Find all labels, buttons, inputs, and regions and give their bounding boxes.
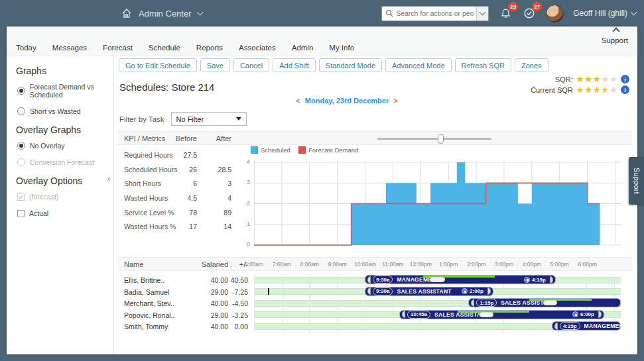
salaried-hours: 29.00 [194, 288, 228, 296]
shift-end-group: 6:00p [572, 311, 602, 318]
shift-end-time: 6:00p [580, 311, 594, 317]
associate-name: Badia, Samuel [124, 288, 169, 296]
kpi-metric-label: Wasted Hours [124, 194, 168, 202]
schedule-content: Go to Edit ScheduleSaveCancelAdd ShiftSt… [115, 56, 637, 354]
star-icon: ★★ [584, 85, 592, 94]
shift-start-cap [471, 299, 474, 307]
y-axis-tick-label: 1 [238, 221, 250, 227]
tab-associates[interactable]: Associates [239, 44, 276, 52]
notifications-button[interactable]: 23 [498, 6, 513, 21]
tab-messages[interactable]: Messages [52, 44, 87, 52]
shift-start-time: 10:45a [407, 311, 430, 319]
y-axis-tick-label: 0 [238, 241, 250, 248]
radio-forecast-demand-vs-scheduled[interactable]: Forecast Demand vs Scheduled [17, 83, 113, 99]
star-icon: ★★ [610, 75, 617, 83]
current-sqr-info-icon[interactable]: i [621, 85, 629, 94]
refresh-sqr-button[interactable]: Refresh SQR [455, 58, 511, 72]
go-to-edit-schedule-button[interactable]: Go to Edit Schedule [119, 58, 197, 72]
shift-start-time: 9:30a [373, 276, 393, 284]
roster-row: Popovic, Ronal..29.00-3.2510:45aSALES AS… [117, 309, 632, 321]
star-icon: ★★ [610, 85, 617, 94]
collapse-header-chevron-up-icon[interactable] [612, 27, 619, 34]
shift-start-cap [367, 276, 371, 284]
shift-bar[interactable]: 4:15pMANAGEMENT [552, 321, 621, 331]
tab-schedule[interactable]: Schedule [149, 44, 180, 52]
next-day-button[interactable]: > [391, 97, 400, 105]
star-icon: ★★ [576, 75, 584, 83]
avatar[interactable] [546, 5, 564, 23]
option-label: Actual [29, 209, 48, 217]
tab-admin[interactable]: Admin [292, 44, 314, 52]
shift-start-cap [402, 311, 405, 318]
global-search[interactable] [381, 6, 489, 21]
time-tick-label: 10:00am [354, 261, 376, 268]
time-tick-label: 2:00pm [467, 261, 485, 268]
hours-delta: 0.00 [228, 323, 248, 331]
tab-my-info[interactable]: My Info [329, 44, 354, 52]
time-tick-label: 4:00pm [523, 261, 541, 268]
shift-end-cap [550, 276, 553, 284]
salaried-hours: 40.00 [194, 276, 228, 284]
home-icon[interactable] [121, 8, 132, 19]
roster-row: Merchant, Stev..40.00-4.501:15pSALES ASS… [117, 297, 632, 309]
checkbox-icon [17, 210, 25, 217]
associate-name: Smith, Tommy [124, 323, 168, 331]
associate-name: Ellis, Brittne.. [124, 276, 164, 284]
option-label: (forecast) [29, 193, 58, 201]
forecast-legend-label: Forecast Demand [308, 146, 359, 154]
search-scope-chevron-icon[interactable] [476, 7, 488, 21]
chart-legend: Scheduled Forecast Demand [251, 146, 358, 154]
salaried-column-header: Salaried [194, 260, 228, 268]
star-icon: ★★ [602, 85, 610, 94]
current-sqr-star-rating: ★★★★★★★★★★ [576, 85, 617, 94]
zones-button[interactable]: Zones [515, 58, 548, 72]
shift-bar[interactable]: 9:30aSALES ASSISTANT2:00p [365, 287, 493, 296]
radio-icon [17, 107, 25, 115]
coverage-chart [254, 157, 622, 256]
app-menu-chevron-icon[interactable] [197, 9, 204, 16]
section-title-graphs: Graphs [16, 66, 113, 76]
tab-forecast[interactable]: Forecast [103, 44, 133, 52]
radio-conversion-forecast[interactable]: Conversion Forecast [17, 158, 113, 166]
task-filter-select[interactable]: No Filter [171, 112, 247, 126]
tab-reports[interactable]: Reports [196, 44, 223, 52]
prev-day-button[interactable]: < [293, 97, 302, 105]
lock-icon [462, 288, 468, 294]
checkbox--forecast-[interactable]: ✓(forecast) [17, 193, 113, 201]
sqr-label: SQR: [555, 76, 573, 83]
associate-name: Popovic, Ronal.. [124, 311, 174, 319]
sqr-info-icon[interactable]: i [621, 75, 629, 83]
date-navigator: < Monday, 23rd December > [274, 97, 420, 105]
shift-end-cap [598, 311, 602, 318]
tasks-badge: 27 [532, 2, 542, 11]
search-input[interactable] [393, 9, 476, 17]
radio-no-overlay[interactable]: No Overlay [17, 142, 113, 150]
shift-start-time: 9:30a [373, 287, 393, 295]
checkbox-actual[interactable]: Actual [17, 209, 113, 217]
time-tick-label: 12:00pm [410, 261, 432, 268]
shift-start-time: 4:15p [560, 322, 580, 330]
tab-today[interactable]: Today [16, 44, 36, 52]
kpi-row: Scheduled Hours2628.5 [117, 164, 250, 178]
user-menu[interactable]: Geoff Hill (ghill) [573, 9, 636, 18]
kpi-metric-label: Short Hours [124, 180, 161, 187]
support-side-tab[interactable]: Support [629, 157, 644, 205]
star-icon: ★★ [602, 75, 610, 83]
radio-icon [17, 87, 25, 95]
add-shift-button[interactable]: Add Shift [273, 58, 316, 72]
standard-mode-button[interactable]: Standard Mode [319, 58, 382, 72]
radio-short-vs-wasted[interactable]: Short vs Wasted [17, 107, 113, 115]
kpi-row: Short Hours63 [117, 178, 250, 192]
sidebar-collapse-chevron-icon[interactable]: ‹ [107, 174, 110, 183]
support-link[interactable]: Support [602, 36, 628, 44]
tasks-button[interactable]: 27 [522, 6, 537, 21]
advanced-mode-button[interactable]: Advanced Mode [385, 58, 452, 72]
option-label: Conversion Forecast [30, 158, 94, 166]
slider-handle[interactable] [438, 134, 444, 144]
shift-timeline: 1:15pSALES ASSISTANT [254, 297, 621, 309]
chart-zoom-slider[interactable] [377, 138, 491, 140]
option-label: No Overlay [30, 142, 65, 150]
cancel-button[interactable]: Cancel [233, 58, 269, 72]
notifications-badge: 23 [508, 2, 518, 11]
save-button[interactable]: Save [200, 58, 230, 72]
